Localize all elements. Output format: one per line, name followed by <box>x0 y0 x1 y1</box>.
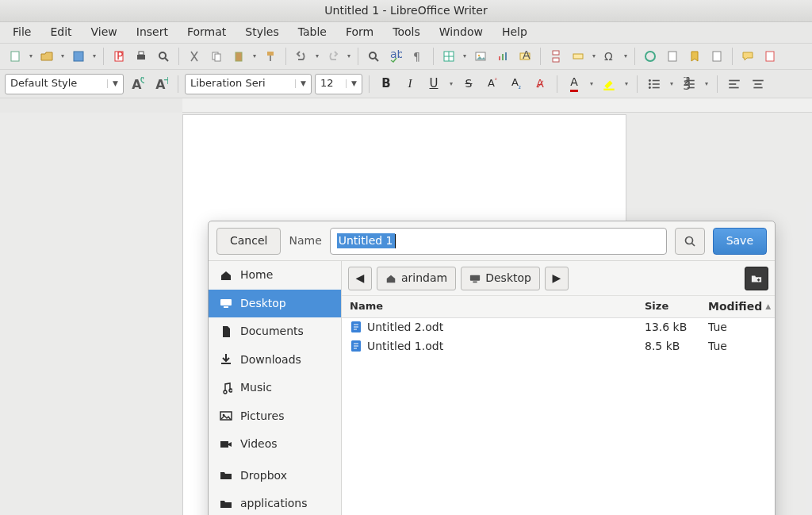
svg-rect-1 <box>74 52 83 61</box>
menu-file[interactable]: File <box>5 23 39 42</box>
strike-button[interactable]: S <box>458 74 479 94</box>
places-sidebar: Home Desktop Documents Downloads <box>209 261 342 515</box>
menu-styles[interactable]: Styles <box>237 23 286 42</box>
filename-input[interactable]: Untitled 1 <box>330 228 667 255</box>
italic-button[interactable]: I <box>400 74 420 94</box>
spellcheck-icon[interactable]: abc <box>385 46 406 67</box>
col-name[interactable]: Name <box>342 300 637 313</box>
music-icon <box>220 382 232 394</box>
copy-icon[interactable] <box>206 46 227 67</box>
menu-form[interactable]: Form <box>338 23 381 42</box>
svg-rect-10 <box>236 52 242 61</box>
col-modified[interactable]: Modified ▲ <box>700 300 775 314</box>
new-style-icon[interactable]: A+ <box>151 74 171 94</box>
col-size[interactable]: Size <box>637 300 700 313</box>
image-icon[interactable] <box>470 46 491 67</box>
font-name-combo[interactable]: Liberation Seri ▼ <box>185 74 312 94</box>
hyperlink-icon[interactable] <box>640 46 661 67</box>
search-button[interactable] <box>675 228 705 255</box>
index-icon[interactable] <box>707 46 727 67</box>
save-button[interactable]: Save <box>713 228 767 255</box>
subscript-button[interactable]: A₂ <box>506 74 527 94</box>
bold-button[interactable]: B <box>376 74 396 94</box>
menu-tools[interactable]: Tools <box>385 23 428 42</box>
save-icon[interactable] <box>68 46 89 67</box>
superscript-button[interactable]: A² <box>482 74 503 94</box>
save-dialog: Cancel Name Untitled 1 Save Home <box>208 221 776 515</box>
chart-icon[interactable] <box>492 46 513 67</box>
svg-point-58 <box>685 236 692 244</box>
place-applications[interactable]: applications <box>209 490 341 515</box>
place-videos[interactable]: Videos <box>209 430 341 459</box>
app-window: Untitled 1 - LibreOffice Writer File Edi… <box>0 0 812 515</box>
symbol-icon[interactable]: Ω <box>599 46 620 67</box>
paragraph-style-combo[interactable]: Default Style ▼ <box>5 74 124 94</box>
home-icon <box>220 269 232 282</box>
path-next-button[interactable]: ▶ <box>545 267 569 290</box>
align-center-button[interactable] <box>748 74 768 94</box>
svg-line-59 <box>691 243 695 246</box>
place-dropbox[interactable]: Dropbox <box>209 462 341 490</box>
field-icon[interactable] <box>568 46 588 67</box>
open-drop[interactable]: ▾ <box>59 46 67 67</box>
menu-view[interactable]: View <box>83 23 125 42</box>
bookmark-icon[interactable] <box>684 46 705 67</box>
find-icon[interactable] <box>363 46 384 67</box>
place-downloads[interactable]: Downloads <box>209 346 341 375</box>
font-size-combo[interactable]: 12 ▼ <box>315 74 362 94</box>
undo-icon[interactable] <box>291 46 312 67</box>
path-prev-button[interactable]: ◀ <box>348 267 372 290</box>
font-color-button[interactable]: A <box>564 74 584 94</box>
comment-icon[interactable] <box>737 46 758 67</box>
textbox-icon[interactable]: A <box>515 46 535 67</box>
dialog-header: Cancel Name Untitled 1 Save <box>209 221 775 261</box>
page-break-icon[interactable] <box>546 46 566 67</box>
clone-formatting-icon[interactable] <box>260 46 281 67</box>
place-home[interactable]: Home <box>209 261 341 290</box>
redo-icon[interactable] <box>323 46 343 67</box>
save-drop[interactable]: ▾ <box>90 46 98 67</box>
place-desktop[interactable]: Desktop <box>209 290 341 318</box>
menu-window[interactable]: Window <box>431 23 491 42</box>
place-music[interactable]: Music <box>209 374 341 402</box>
underline-button[interactable]: U <box>423 74 444 94</box>
open-icon[interactable] <box>36 46 57 67</box>
highlight-button[interactable] <box>599 74 619 94</box>
menu-format[interactable]: Format <box>179 23 234 42</box>
table-icon[interactable] <box>439 46 459 67</box>
paste-icon[interactable] <box>228 46 249 67</box>
new-drop[interactable]: ▾ <box>27 46 35 67</box>
svg-rect-23 <box>502 54 504 60</box>
menu-edit[interactable]: Edit <box>42 23 79 42</box>
new-icon[interactable] <box>5 46 25 67</box>
print-icon[interactable] <box>131 46 151 67</box>
svg-line-7 <box>165 58 168 61</box>
path-segment-home[interactable]: arindam <box>377 267 456 290</box>
menu-help[interactable]: Help <box>494 23 535 42</box>
export-pdf-icon[interactable]: P <box>109 46 129 67</box>
cut-icon[interactable] <box>184 46 205 67</box>
menu-insert[interactable]: Insert <box>128 23 176 42</box>
clear-formatting-icon[interactable]: A̷ <box>530 74 550 94</box>
menu-table[interactable]: Table <box>290 23 335 42</box>
file-row[interactable]: Untitled 1.odt 8.5 kB Tue <box>342 337 775 356</box>
file-list[interactable]: Untitled 2.odt 13.6 kB Tue Untitled 1.od… <box>342 318 775 515</box>
align-left-button[interactable] <box>724 74 745 94</box>
file-row[interactable]: Untitled 2.odt 13.6 kB Tue <box>342 318 775 337</box>
footnote-icon[interactable] <box>662 46 683 67</box>
bullet-list-button[interactable] <box>644 74 665 94</box>
path-segment-desktop[interactable]: Desktop <box>461 267 540 290</box>
cancel-button[interactable]: Cancel <box>216 228 281 255</box>
update-style-icon[interactable]: A↻ <box>127 74 147 94</box>
track-changes-icon[interactable] <box>760 46 780 67</box>
new-folder-button[interactable] <box>745 267 768 290</box>
place-documents[interactable]: Documents <box>209 317 341 346</box>
print-preview-icon[interactable] <box>153 46 174 67</box>
filename-value: Untitled 1 <box>337 233 395 249</box>
svg-text:+: + <box>163 77 168 87</box>
number-list-button[interactable]: 123 <box>679 74 699 94</box>
folder-icon <box>220 469 232 482</box>
svg-rect-0 <box>11 52 19 61</box>
place-pictures[interactable]: Pictures <box>209 402 341 431</box>
formatting-marks-icon[interactable]: ¶ <box>408 46 428 67</box>
